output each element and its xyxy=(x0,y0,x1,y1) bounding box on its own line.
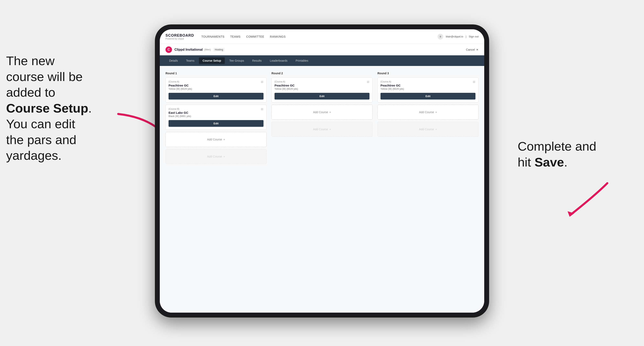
rounds-grid: Round 1 ⊟ (Course A) Peachtree GC Yellow… xyxy=(166,72,478,307)
top-navigation: SCOREBOARD Powered by clippd TOURNAMENTS… xyxy=(160,29,484,44)
nav-tournaments[interactable]: TOURNAMENTS xyxy=(201,34,224,39)
user-avatar: B xyxy=(438,34,443,39)
tablet-device: SCOREBOARD Powered by clippd TOURNAMENTS… xyxy=(155,24,489,318)
separator: | xyxy=(466,35,466,38)
round3-course-a-delete-icon[interactable]: ⊟ xyxy=(472,80,476,84)
tab-printables[interactable]: Printables xyxy=(292,57,312,64)
nav-rankings[interactable]: RANKINGS xyxy=(270,34,286,39)
brand-subtitle: Powered by clippd xyxy=(166,38,194,40)
round3-add-course-plus-icon: + xyxy=(435,111,437,114)
tournament-bar: C Clippd Invitational (Men) Hosting Canc… xyxy=(160,44,484,55)
round2-course-a-tag: (Course A) xyxy=(274,80,370,83)
round2-course-a-card: ⊟ (Course A) Peachtree GC Yellow (M) (66… xyxy=(272,77,372,103)
tab-course-setup[interactable]: Course Setup xyxy=(199,57,225,64)
sign-out-link[interactable]: Sign out xyxy=(469,35,478,38)
cancel-button[interactable]: Cancel ✕ xyxy=(466,48,478,51)
round1-add-course-button[interactable]: Add Course + xyxy=(166,132,266,147)
round-2-column: Round 2 ⊟ (Course A) Peachtree GC Yellow… xyxy=(272,72,372,307)
round1-course-a-tag: (Course A) xyxy=(168,80,264,83)
round1-course-a-card: ⊟ (Course A) Peachtree GC Yellow (M) (66… xyxy=(166,77,266,103)
tab-details[interactable]: Details xyxy=(166,57,182,64)
arrow-right xyxy=(554,179,612,220)
round1-course-b-edit-button[interactable]: Edit xyxy=(168,120,264,127)
round-2-label: Round 2 xyxy=(272,72,372,75)
nav-links: TOURNAMENTS TEAMS COMMITTEE RANKINGS xyxy=(201,34,438,39)
round1-course-a-edit-button[interactable]: Edit xyxy=(168,93,264,100)
round1-course-b-tag: (Course B) xyxy=(168,108,264,110)
round3-course-a-card: ⊟ (Course A) Peachtree GC Yellow (M) (66… xyxy=(378,77,478,103)
round1-add-course-button-disabled: Add Course + xyxy=(166,149,266,164)
round3-add-course-button[interactable]: Add Course + xyxy=(378,105,478,120)
round-1-label: Round 1 xyxy=(166,72,266,75)
main-content: Round 1 ⊟ (Course A) Peachtree GC Yellow… xyxy=(160,66,484,313)
user-email: blair@clippd.io xyxy=(446,35,463,38)
round1-course-b-name: East Lake GC xyxy=(168,111,264,114)
tab-teams[interactable]: Teams xyxy=(182,57,198,64)
round3-add-course-button-disabled: Add Course + xyxy=(378,122,478,137)
round2-add-course-plus-icon: + xyxy=(329,111,331,114)
round3-course-a-edit-button[interactable]: Edit xyxy=(380,93,476,100)
round2-course-a-name: Peachtree GC xyxy=(274,84,370,87)
brand-logo: SCOREBOARD Powered by clippd xyxy=(166,33,194,40)
round1-add-course-plus-icon: + xyxy=(223,138,225,141)
tournament-logo: C xyxy=(166,46,172,53)
round2-add-course-disabled-plus-icon: + xyxy=(329,128,331,131)
round-3-column: Round 3 ⊟ (Course A) Peachtree GC Yellow… xyxy=(378,72,478,307)
round3-course-a-name: Peachtree GC xyxy=(380,84,476,87)
round2-course-a-delete-icon[interactable]: ⊟ xyxy=(366,80,370,84)
nav-user-area: B blair@clippd.io | Sign out xyxy=(438,34,478,39)
tab-results[interactable]: Results xyxy=(248,57,265,64)
round3-course-a-detail: Yellow (M) (6629 yds) xyxy=(380,88,476,90)
round3-course-a-tag: (Course A) xyxy=(380,80,476,83)
svg-marker-1 xyxy=(568,211,574,217)
round1-course-b-delete-icon[interactable]: ⊟ xyxy=(260,107,264,111)
round3-add-course-disabled-plus-icon: + xyxy=(435,128,437,131)
nav-teams[interactable]: TEAMS xyxy=(230,34,240,39)
tournament-gender: (Men) xyxy=(204,48,211,51)
round1-course-b-card: ⊟ (Course B) East Lake GC Black (M) (689… xyxy=(166,105,266,130)
tablet-screen: SCOREBOARD Powered by clippd TOURNAMENTS… xyxy=(160,29,484,313)
round1-add-course-disabled-label: Add Course xyxy=(207,155,222,158)
round3-add-course-disabled-label: Add Course xyxy=(419,128,434,131)
round1-course-a-name: Peachtree GC xyxy=(168,84,264,87)
hosting-badge: Hosting xyxy=(213,48,225,51)
round1-course-a-detail: Yellow (M) (6629 yds) xyxy=(168,88,264,90)
round1-course-b-detail: Black (M) (6891 yds) xyxy=(168,115,264,118)
round2-course-a-detail: Yellow (M) (6629 yds) xyxy=(274,88,370,90)
annotation-left: The new course will be added to Course S… xyxy=(6,53,132,164)
round3-add-course-label: Add Course xyxy=(419,111,434,114)
annotation-bold-save: Save xyxy=(534,155,564,169)
round1-course-a-delete-icon[interactable]: ⊟ xyxy=(260,80,264,84)
tab-bar: Details Teams Course Setup Tee Groups Re… xyxy=(160,55,484,66)
brand-title: SCOREBOARD xyxy=(166,33,194,38)
round-3-label: Round 3 xyxy=(378,72,478,75)
round1-add-course-label: Add Course xyxy=(207,138,222,141)
round2-add-course-button-disabled: Add Course + xyxy=(272,122,372,137)
round1-add-course-disabled-plus-icon: + xyxy=(223,155,225,158)
annotation-right: Complete and hit Save. xyxy=(518,138,624,170)
round2-course-a-edit-button[interactable]: Edit xyxy=(274,93,370,100)
nav-committee[interactable]: COMMITTEE xyxy=(246,34,264,39)
round2-add-course-disabled-label: Add Course xyxy=(313,128,328,131)
round-1-column: Round 1 ⊟ (Course A) Peachtree GC Yellow… xyxy=(166,72,266,307)
tournament-name: Clippd Invitational xyxy=(174,48,203,51)
tab-tee-groups[interactable]: Tee Groups xyxy=(226,57,248,64)
tab-leaderboards[interactable]: Leaderboards xyxy=(266,57,291,64)
annotation-bold-course-setup: Course Setup xyxy=(6,101,88,115)
round2-add-course-label: Add Course xyxy=(313,111,328,114)
round2-add-course-button[interactable]: Add Course + xyxy=(272,105,372,120)
